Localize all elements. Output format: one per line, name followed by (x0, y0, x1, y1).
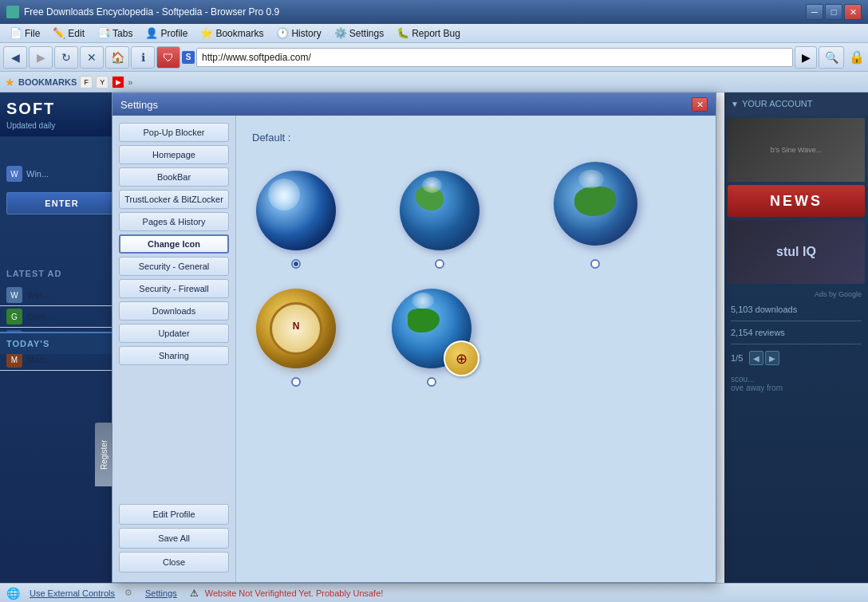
nav-trustlocker[interactable]: TrustLocker & BitZLocker (119, 190, 229, 209)
enter-button[interactable]: ENTER (6, 192, 117, 214)
dialog-body: Pop-Up Blocker Homepage BookBar TrustLoc… (112, 116, 716, 582)
menu-profile[interactable]: 👤 Profile (139, 26, 194, 41)
close-settings-button[interactable]: Close (119, 552, 229, 572)
ad-placeholder: b's Sine Wave... (771, 146, 822, 154)
nav-popup-blocker[interactable]: Pop-Up Blocker (119, 123, 229, 142)
nav-trustlocker-label: TrustLocker & BitZLocker (124, 195, 223, 204)
status-warning-text: Website Not Verifighted Yet. Probably Un… (205, 588, 384, 598)
stop-button[interactable]: ✕ (80, 46, 104, 69)
close-settings-label: Close (163, 557, 185, 567)
maximize-button[interactable]: □ (825, 4, 842, 20)
nav-change-icon[interactable]: Change Icon (119, 234, 229, 254)
nav-sharing[interactable]: Sharing (119, 346, 229, 365)
menu-settings-label: Settings (349, 28, 384, 39)
icon-choice-1[interactable] (252, 167, 340, 269)
dialog-title-bar: Settings ✕ (112, 93, 716, 116)
forward-button[interactable]: ▶ (29, 46, 53, 69)
history-icon: 🕐 (276, 27, 289, 39)
edit-profile-label: Edit Profile (152, 510, 195, 519)
tabs-icon: 📑 (97, 27, 110, 39)
menu-file[interactable]: 📄 File (3, 26, 46, 41)
nav-pages-history[interactable]: Pages & History (119, 212, 229, 231)
page-indicator: 1/5 (731, 353, 743, 363)
menu-bookmarks[interactable]: ⭐ Bookmarks (194, 26, 270, 41)
news-label: NEWS (770, 193, 823, 210)
menu-tabs[interactable]: 📑 Tabs (91, 26, 139, 41)
home-button[interactable]: 🏠 (105, 46, 129, 69)
radio-5[interactable] (427, 377, 436, 387)
icon-selection-area: Default : (236, 116, 716, 582)
compass-icon (252, 285, 340, 372)
back-button[interactable]: ◀ (3, 46, 27, 69)
radio-3[interactable] (590, 259, 600, 269)
news-button[interactable]: NEWS (728, 185, 865, 217)
softpedia-header: SOFT Updated daily (0, 92, 124, 136)
status-bar: 🌐 Use External Controls ⚙ Settings ⚠ Web… (0, 583, 868, 602)
default-label: Default : (252, 132, 700, 144)
icon-choice-2[interactable] (396, 167, 483, 269)
safari-globe-icon: ⊕ (388, 285, 475, 372)
safari-compass-overlay: ⊕ (444, 340, 479, 376)
minimize-button[interactable]: ─ (806, 4, 823, 20)
icon-choice-5[interactable]: ⊕ (388, 285, 475, 387)
go-button[interactable]: ▶ (795, 46, 817, 69)
ad-box: b's Sine Wave... (728, 118, 865, 182)
bookmarks-icon: ⭐ (200, 27, 213, 39)
account-chevron-icon: ▼ (731, 100, 739, 108)
title-bar-left: Free Downloads Encyclopedia - Softpedia … (6, 6, 279, 18)
nav-downloads[interactable]: Downloads (119, 301, 229, 321)
status-separator: ⚙ (124, 588, 132, 598)
list-item-1[interactable]: W Win... (0, 285, 124, 306)
reviews-count: 2,154 reviews (724, 325, 868, 340)
nav-security-firewall[interactable]: Security - Firewall (119, 279, 229, 298)
nav-homepage[interactable]: Homepage (119, 145, 229, 164)
menu-bookmarks-label: Bookmarks (215, 28, 263, 39)
softpedia-site-logo: SOFT (6, 100, 117, 118)
account-header: ▼ YOUR ACCOUNT (724, 92, 868, 115)
nav-security-general[interactable]: Security - General (119, 257, 229, 276)
refresh-button[interactable]: ↻ (54, 46, 78, 69)
dialog-nav-footer: Edit Profile Save All Close (112, 498, 235, 582)
menu-edit[interactable]: ✏️ Edit (46, 26, 91, 41)
settings-link-label: Settings (145, 588, 177, 598)
menu-settings[interactable]: ⚙️ Settings (328, 26, 390, 41)
nav-bookbar[interactable]: BookBar (119, 167, 229, 187)
menu-file-label: File (25, 28, 40, 39)
list-item-2[interactable]: G Gam... (0, 306, 124, 328)
edit-icon: ✏️ (53, 27, 65, 39)
globe-earth2-visual (554, 162, 637, 246)
close-window-button[interactable]: ✕ (844, 4, 862, 20)
settings-icon: ⚙️ (334, 27, 347, 39)
page-prev-button[interactable]: ◀ (749, 351, 763, 365)
menu-report[interactable]: 🐛 Report Bug (390, 26, 467, 41)
globe-earth2-icon (547, 155, 643, 251)
status-warning-icon: ⚠ (190, 588, 199, 599)
icon-choice-3[interactable] (547, 155, 643, 269)
search-button[interactable]: 🔍 (819, 46, 844, 69)
register-tab[interactable]: Register (95, 423, 112, 486)
icon-choice-4[interactable] (252, 285, 340, 387)
address-bar[interactable] (196, 48, 793, 67)
use-external-controls[interactable]: Use External Controls (30, 588, 115, 598)
discount-text: scou...ove away from (724, 368, 868, 399)
security-button[interactable]: 🛡 (156, 46, 180, 69)
settings-link[interactable]: Settings (145, 588, 177, 598)
title-bar: Free Downloads Encyclopedia - Softpedia … (0, 0, 868, 24)
nav-updater[interactable]: Updater (119, 324, 229, 343)
dialog-close-button[interactable]: ✕ (692, 97, 708, 112)
page-next-button[interactable]: ▶ (765, 351, 779, 365)
radio-1[interactable] (291, 259, 301, 269)
dialog-nav-panel: Pop-Up Blocker Homepage BookBar TrustLoc… (112, 116, 236, 582)
menu-history[interactable]: 🕐 History (270, 26, 327, 41)
radio-2[interactable] (435, 259, 444, 269)
edit-profile-button[interactable]: Edit Profile (119, 504, 229, 525)
info-button[interactable]: ℹ (131, 46, 155, 69)
windows-nav-item[interactable]: W Win... (0, 162, 124, 186)
favicon-2: Y (96, 76, 108, 89)
windows-label: Win... (26, 169, 49, 179)
iq-ad-box: stul IQ (728, 220, 865, 284)
browser-area: SOFTPEDIA www.Softpedia.com SOFT Updated… (0, 92, 868, 583)
bookmarks-bar: ★ BOOKMARKS F Y ▶ » (0, 72, 868, 92)
radio-4[interactable] (291, 377, 301, 387)
save-all-button[interactable]: Save All (119, 528, 229, 549)
